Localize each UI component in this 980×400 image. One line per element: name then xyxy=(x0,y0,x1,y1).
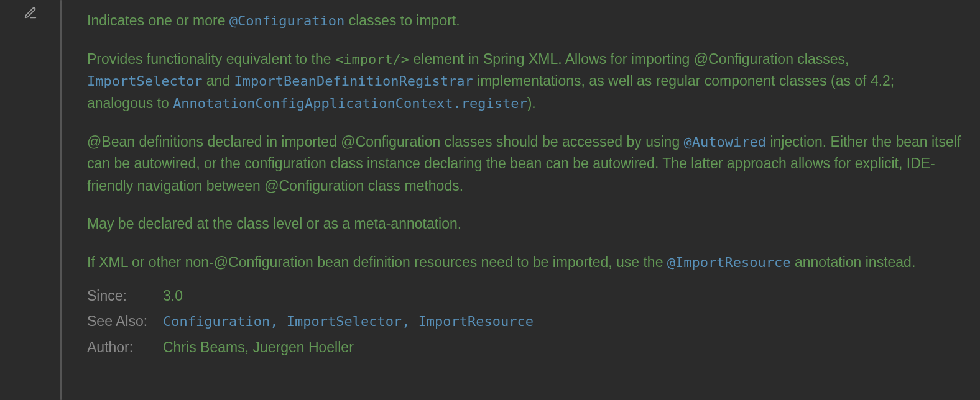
doc-text: Indicates one or more xyxy=(87,12,229,29)
link-configuration[interactable]: @Configuration xyxy=(229,13,344,29)
edit-source-icon[interactable] xyxy=(24,6,37,20)
doc-text: and xyxy=(202,73,234,89)
doc-text: @Bean definitions declared in imported @… xyxy=(87,134,684,150)
see-also-label: See Also: xyxy=(87,311,163,333)
doc-text: classes to import. xyxy=(344,12,460,29)
doc-paragraph-3: @Bean definitions declared in imported @… xyxy=(87,131,963,198)
doc-text: annotation instead. xyxy=(791,254,916,270)
since-label: Since: xyxy=(87,285,163,307)
javadoc-tags-section: Since: 3.0 See Also: Configuration, Impo… xyxy=(87,285,963,359)
author-value: Chris Beams, Juergen Hoeller xyxy=(163,337,963,359)
editor-gutter xyxy=(0,0,60,400)
doc-text: element in Spring XML. Allows for import… xyxy=(409,51,849,67)
see-also-link-import-selector[interactable]: ImportSelector xyxy=(287,314,402,329)
doc-paragraph-4: May be declared at the class level or as… xyxy=(87,213,963,235)
author-label: Author: xyxy=(87,337,163,359)
doc-text: ). xyxy=(527,95,536,111)
doc-paragraph-2: Provides functionality equivalent to the… xyxy=(87,48,963,115)
since-row: Since: 3.0 xyxy=(87,285,963,307)
doc-text: May be declared at the class level or as… xyxy=(87,216,461,232)
link-autowired[interactable]: @Autowired xyxy=(684,134,766,150)
see-also-values: Configuration, ImportSelector, ImportRes… xyxy=(163,311,963,333)
see-also-row: See Also: Configuration, ImportSelector,… xyxy=(87,311,963,333)
javadoc-rendered-view: Indicates one or more @Configuration cla… xyxy=(62,0,980,400)
see-also-link-configuration[interactable]: Configuration xyxy=(163,314,270,329)
doc-text: Provides functionality equivalent to the xyxy=(87,51,335,67)
code-import-element: <import/> xyxy=(335,52,409,67)
doc-text: If XML or other non-@Configuration bean … xyxy=(87,254,667,270)
link-import-bean-definition-registrar[interactable]: ImportBeanDefinitionRegistrar xyxy=(234,73,473,89)
link-import-resource[interactable]: @ImportResource xyxy=(667,255,791,270)
author-row: Author: Chris Beams, Juergen Hoeller xyxy=(87,337,963,359)
link-import-selector[interactable]: ImportSelector xyxy=(87,73,202,89)
doc-paragraph-5: If XML or other non-@Configuration bean … xyxy=(87,252,963,274)
link-annotation-config-application-context-register[interactable]: AnnotationConfigApplicationContext.regis… xyxy=(173,96,527,111)
see-also-link-import-resource[interactable]: ImportResource xyxy=(418,314,534,329)
separator: , xyxy=(402,314,418,329)
separator: , xyxy=(270,314,287,329)
since-value: 3.0 xyxy=(163,285,963,307)
doc-paragraph-1: Indicates one or more @Configuration cla… xyxy=(87,10,963,32)
